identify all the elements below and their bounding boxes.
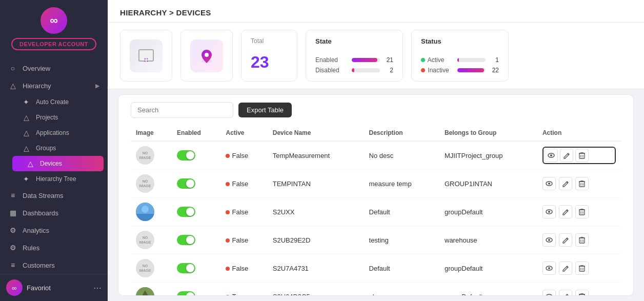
cell-description: measure temp xyxy=(364,170,439,198)
customers-icon: ≡ xyxy=(8,261,17,269)
cell-group: groupDefault xyxy=(439,254,537,283)
cell-description: Default xyxy=(364,254,439,283)
cell-enabled xyxy=(172,283,220,296)
cell-group: GROUP1INTAN xyxy=(439,170,537,198)
sidebar-item-label: Overview xyxy=(23,65,99,72)
cell-active: False xyxy=(220,226,267,254)
inactive-bar-fill xyxy=(457,68,484,72)
dev-account-button[interactable]: DEVELOPER ACCOUNT xyxy=(11,38,96,50)
sidebar-item-label: Hierarchy Tree xyxy=(36,175,103,183)
enabled-label: Enabled xyxy=(315,56,349,64)
enabled-row: Enabled 21 xyxy=(315,56,393,64)
cell-device-name: S2U7A4731 xyxy=(268,254,364,283)
table-row: TrueS2U64D3C5alps sensorgroupDefault xyxy=(131,283,621,296)
cell-group: warehouse xyxy=(439,226,537,254)
cell-description: testing xyxy=(364,226,439,254)
disabled-bar xyxy=(352,68,380,72)
device-image: NOIMAGE xyxy=(136,231,154,249)
view-button[interactable] xyxy=(542,290,556,296)
more-options-icon[interactable]: ⋯ xyxy=(93,283,102,293)
cell-active: False xyxy=(220,198,267,226)
stats-row: Total 23 State Enabled 21 Disabled xyxy=(108,23,644,89)
sidebar-item-label: Auto Create xyxy=(36,98,103,106)
sidebar-item-dashboards[interactable]: ▦ Dashboards xyxy=(0,204,108,222)
sidebar-item-devices[interactable]: △ Devices xyxy=(12,156,104,171)
edit-button[interactable] xyxy=(559,205,572,218)
total-stat-card: Total 23 xyxy=(241,30,297,82)
sidebar-item-customers[interactable]: ≡ Customers xyxy=(0,256,108,274)
export-table-button[interactable]: Export Table xyxy=(238,103,292,117)
applications-icon: △ xyxy=(22,129,31,137)
hierarchy-icon: △ xyxy=(8,82,17,90)
edit-button[interactable] xyxy=(559,177,572,190)
cell-image: NOIMAGE xyxy=(131,226,172,254)
enabled-value: 21 xyxy=(383,56,393,64)
data-streams-icon: ≡ xyxy=(8,191,17,199)
add-device-card[interactable] xyxy=(120,30,172,82)
svg-rect-14 xyxy=(579,182,585,187)
sidebar-item-rules[interactable]: ⚙ Rules xyxy=(0,239,108,256)
edit-button[interactable] xyxy=(560,149,573,162)
sidebar-item-groups[interactable]: △ Groups xyxy=(8,141,108,156)
cell-action xyxy=(537,198,621,226)
delete-button[interactable] xyxy=(575,205,589,218)
table-body: NOIMAGEFalseTempMeasurementNo descMJIITP… xyxy=(131,141,621,296)
cell-description: Default xyxy=(364,198,439,226)
sidebar-item-overview[interactable]: ○ Overview xyxy=(0,59,108,77)
devices-table: Image Enabled Active Device Name Descrip… xyxy=(131,125,621,296)
inactive-value: 22 xyxy=(489,67,499,74)
delete-button[interactable] xyxy=(575,290,589,296)
active-bar xyxy=(457,58,486,62)
delete-button[interactable] xyxy=(575,177,589,190)
enabled-toggle[interactable] xyxy=(177,207,195,217)
view-button[interactable] xyxy=(542,177,556,190)
enabled-toggle[interactable] xyxy=(177,150,195,160)
sidebar-item-data-streams[interactable]: ≡ Data Streams xyxy=(0,187,108,204)
delete-button[interactable] xyxy=(575,149,589,162)
view-button[interactable] xyxy=(542,205,556,218)
sidebar-item-hierarchy-tree[interactable]: ✦ Hierarchy Tree xyxy=(8,171,108,187)
cell-active: False xyxy=(220,141,267,170)
svg-point-20 xyxy=(142,206,149,213)
true-dot xyxy=(226,295,230,296)
view-button[interactable] xyxy=(545,149,558,162)
col-active: Active xyxy=(220,125,267,141)
enabled-toggle[interactable] xyxy=(177,291,195,296)
inactive-dot xyxy=(421,68,425,72)
enabled-toggle[interactable] xyxy=(177,263,195,273)
action-buttons xyxy=(542,233,616,247)
sidebar-item-applications[interactable]: △ Applications xyxy=(8,125,108,141)
delete-button[interactable] xyxy=(575,262,589,275)
projects-icon: △ xyxy=(22,113,31,122)
edit-button[interactable] xyxy=(559,290,572,296)
delete-button[interactable] xyxy=(575,233,589,247)
map-device-card[interactable] xyxy=(180,30,233,82)
search-input[interactable] xyxy=(131,102,233,118)
view-button[interactable] xyxy=(542,262,556,275)
status-stat-card: Status Active 1 Inactive xyxy=(411,30,509,82)
svg-rect-35 xyxy=(579,266,585,271)
svg-point-42 xyxy=(546,294,552,296)
enabled-toggle[interactable] xyxy=(177,235,195,245)
sidebar-item-hierarchy[interactable]: △ Hierarchy ▶ xyxy=(0,77,108,94)
enabled-toggle[interactable] xyxy=(177,178,195,189)
table-row: NOIMAGEFalseS2UB29E2Dtestingwarehouse xyxy=(131,226,621,254)
table-area: Export Table Image Enabled Active Device… xyxy=(118,94,634,296)
sidebar-item-projects[interactable]: △ Projects xyxy=(8,110,108,125)
sidebar-sub-nav: ✦ Auto Create △ Projects △ Applications … xyxy=(0,94,108,187)
sidebar-item-auto-create[interactable]: ✦ Auto Create xyxy=(8,94,108,110)
false-dot xyxy=(226,182,230,186)
cell-action xyxy=(537,226,621,254)
action-buttons xyxy=(542,177,616,190)
col-belongs-to-group: Belongs to Group xyxy=(439,125,537,141)
sidebar-item-label: Data Streams xyxy=(23,192,99,199)
edit-button[interactable] xyxy=(559,262,572,275)
edit-button[interactable] xyxy=(559,233,572,247)
sidebar-item-analytics[interactable]: ⚙ Analytics xyxy=(0,222,108,239)
cell-description: No desc xyxy=(364,141,439,170)
active-row: Active 1 xyxy=(421,56,499,64)
sidebar-item-label: Projects xyxy=(36,114,103,121)
view-button[interactable] xyxy=(542,233,556,247)
disabled-row: Disabled 2 xyxy=(315,67,393,74)
breadcrumb: HIERARCHY > DEVICES xyxy=(120,8,211,17)
